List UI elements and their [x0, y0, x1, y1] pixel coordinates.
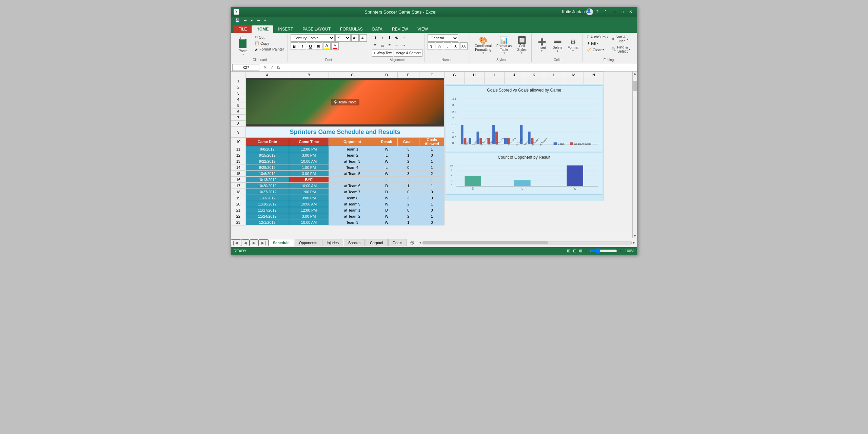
format-button[interactable]: ⚙ Format ▾	[566, 34, 580, 56]
h-scrollbar-track[interactable]	[422, 241, 632, 244]
cell-time-12[interactable]: 3:00 PM	[289, 152, 329, 158]
clear-button[interactable]: 🧹 Clear ▾	[586, 47, 609, 53]
font-color-button[interactable]: A	[331, 42, 339, 50]
grid-scroll[interactable]: A B C D E F G H I J K L M	[231, 72, 632, 238]
cell-goals-17[interactable]: 1	[397, 183, 419, 189]
redo-quick-button[interactable]: ↪	[256, 18, 261, 23]
cell-result-16[interactable]: -	[376, 177, 397, 183]
cell-allowed-16[interactable]: -	[419, 177, 445, 183]
cell-date-16[interactable]: 10/13/2012	[245, 177, 289, 183]
cell-styles-dropdown[interactable]: ▾	[521, 52, 522, 55]
cancel-formula-button[interactable]: ✕	[262, 65, 268, 70]
cell-opponent-14[interactable]: Team 4	[329, 164, 376, 171]
font-grow-button[interactable]: A+	[351, 34, 359, 42]
cell-opponent-17[interactable]: at Team 6	[329, 183, 376, 189]
sheet-nav-first[interactable]: |◄	[231, 239, 241, 246]
text-orient-button[interactable]: ⟲	[393, 34, 400, 41]
cell-j1[interactable]	[504, 78, 524, 84]
zoom-slider[interactable]	[590, 248, 617, 254]
cell-time-13[interactable]: 10:00 AM	[289, 158, 329, 164]
scrollbar-thumb[interactable]	[633, 81, 637, 91]
cell-time-22[interactable]: 3:00 PM	[289, 213, 329, 219]
italic-button[interactable]: I	[299, 42, 306, 50]
format-table-dropdown[interactable]: ▾	[504, 52, 505, 55]
tab-file[interactable]: FILE	[234, 25, 252, 33]
scroll-up-button[interactable]: ▲	[633, 72, 637, 75]
clear-dropdown[interactable]: ▾	[603, 48, 604, 51]
sheet-tab-opponents[interactable]: Opponents	[295, 239, 322, 246]
cell-date-15[interactable]: 10/6/2012	[245, 171, 289, 177]
copy-button[interactable]: 📋 Copy	[253, 40, 285, 46]
tab-page-layout[interactable]: PAGE LAYOUT	[298, 25, 335, 33]
cell-allowed-20[interactable]: 1	[419, 201, 445, 207]
sheet-nav-next[interactable]: ►	[250, 239, 258, 246]
cell-opponent-23[interactable]: Team 3	[329, 219, 376, 225]
cell-k1[interactable]	[524, 78, 544, 84]
undo-dropdown-button[interactable]: ▾	[250, 18, 254, 23]
cell-allowed-23[interactable]: 0	[419, 219, 445, 225]
insert-function-button[interactable]: fx	[276, 65, 281, 70]
bold-button[interactable]: B	[291, 42, 298, 50]
fill-button[interactable]: ⬇ Fill ▾	[586, 40, 609, 46]
currency-button[interactable]: $	[428, 42, 435, 50]
cell-goals-16[interactable]: -	[397, 177, 419, 183]
help-button[interactable]: ?	[594, 8, 601, 15]
sheet-tab-schedule[interactable]: Schedule	[269, 239, 294, 246]
cell-time-16[interactable]: BYE	[289, 177, 329, 183]
undo-quick-button[interactable]: ↩	[242, 18, 248, 23]
cell-m1[interactable]	[564, 78, 584, 84]
delete-dropdown[interactable]: ▾	[557, 50, 558, 53]
align-center-button[interactable]: ☰	[379, 42, 386, 48]
cell-opponent-12[interactable]: Team 2	[329, 152, 376, 158]
page-break-view-button[interactable]: ⊠	[579, 249, 583, 253]
merge-center-dropdown[interactable]: ▾	[419, 52, 421, 55]
cell-result-14[interactable]: L	[376, 164, 397, 171]
cell-allowed-18[interactable]: 0	[419, 189, 445, 195]
cell-opponent-11[interactable]: Team 1	[329, 146, 376, 152]
insert-dropdown[interactable]: ▾	[541, 50, 542, 53]
cell-time-23[interactable]: 10:00 AM	[289, 219, 329, 225]
zoom-plus[interactable]: +	[620, 249, 622, 253]
add-sheet-button[interactable]: ⊕	[407, 239, 417, 246]
header-result[interactable]: Result	[376, 138, 397, 146]
cell-allowed-19[interactable]: 0	[419, 195, 445, 201]
cell-opponent-22[interactable]: at Team 2	[329, 213, 376, 219]
font-face-select[interactable]: Century Gothic	[291, 34, 335, 42]
cell-goals-14[interactable]: 0	[397, 164, 419, 171]
confirm-formula-button[interactable]: ✓	[269, 65, 275, 70]
cell-result-23[interactable]: W	[376, 219, 397, 225]
format-dropdown[interactable]: ▾	[572, 50, 574, 53]
cell-g1[interactable]	[445, 78, 465, 84]
cell-n1[interactable]	[584, 78, 604, 84]
font-size-select[interactable]: 9	[335, 34, 351, 42]
cell-goals-23[interactable]: 1	[397, 219, 419, 225]
cell-i1[interactable]	[484, 78, 504, 84]
cell-allowed-11[interactable]: 1	[419, 146, 445, 152]
increase-indent-button[interactable]: →	[400, 42, 407, 48]
tab-view[interactable]: VIEW	[413, 25, 433, 33]
cell-l1[interactable]	[544, 78, 564, 84]
cell-goals-22[interactable]: 2	[397, 213, 419, 219]
cell-opponent-15[interactable]: at Team 5	[329, 171, 376, 177]
cell-allowed-17[interactable]: 1	[419, 183, 445, 189]
header-game-date[interactable]: Game Date	[245, 138, 289, 146]
number-format-select[interactable]: General	[428, 34, 458, 42]
cell-allowed-21[interactable]: 0	[419, 207, 445, 213]
find-select-dropdown[interactable]: ▾	[629, 48, 630, 51]
align-bottom-button[interactable]: ⬇	[386, 34, 393, 41]
cell-goals-21[interactable]: 0	[397, 207, 419, 213]
cell-opponent-13[interactable]: at Team 3	[329, 158, 376, 164]
conditional-formatting-button[interactable]: 🎨 ConditionalFormatting ▾	[473, 34, 494, 56]
cell-goals-11[interactable]: 3	[397, 146, 419, 152]
cell-result-12[interactable]: L	[376, 152, 397, 158]
cell-goals-18[interactable]: 0	[397, 189, 419, 195]
header-goals-allowed[interactable]: GoalsAllowed	[419, 138, 445, 146]
scroll-down-button[interactable]: ▼	[633, 234, 637, 238]
autosum-dropdown[interactable]: ▾	[607, 36, 608, 39]
cell-date-20[interactable]: 11/10/2012	[245, 201, 289, 207]
close-button[interactable]: ✕	[627, 8, 634, 15]
ribbon-collapse-button[interactable]: ⌃	[602, 8, 609, 15]
cell-h1[interactable]	[465, 78, 485, 84]
align-top-button[interactable]: ⬆	[372, 34, 379, 41]
wrap-text-button[interactable]: ↵ Wrap Text	[372, 49, 394, 57]
